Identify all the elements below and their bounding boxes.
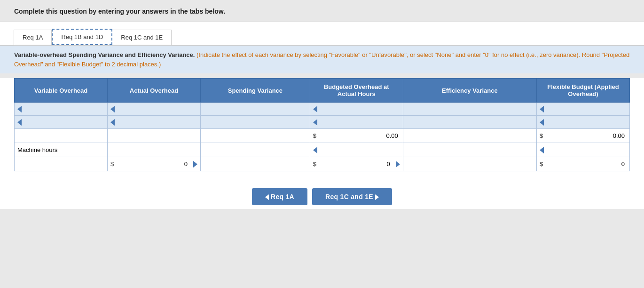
cell-machine-hours: Machine hours — [15, 143, 108, 157]
cell-budgeted-1 — [310, 103, 403, 116]
tabs-row: Req 1A Req 1B and 1D Req 1C and 1E — [14, 29, 630, 45]
input-variable-2[interactable] — [24, 118, 104, 127]
next-button-label: Req 1C and 1E — [325, 193, 373, 200]
cell-spending-2 — [201, 116, 310, 129]
input-flexible-1[interactable] — [546, 104, 627, 113]
cell-spending-1 — [201, 103, 310, 116]
cell-efficiency-1 — [403, 103, 536, 116]
cell-actual-2 — [108, 116, 201, 129]
cell-actual-mh — [108, 143, 201, 157]
input-efficiency-1[interactable] — [406, 104, 534, 113]
cell-spending-bottom — [201, 157, 310, 171]
tab-req1a[interactable]: Req 1A — [14, 30, 52, 45]
prev-arrow-icon — [265, 194, 269, 200]
triangle-left-flexible-2 — [540, 119, 544, 126]
input-spending-1[interactable] — [204, 104, 307, 113]
triangle-left-flexible-1 — [540, 106, 544, 112]
table-header-row: Variable Overhead Actual Overhead Spendi… — [15, 79, 630, 103]
dollar-sign-actual-bottom: $ — [110, 160, 114, 168]
table-row — [15, 116, 630, 129]
input-actual-2[interactable] — [117, 118, 197, 127]
cell-budgeted-mh — [310, 143, 403, 157]
cell-spending-mh — [201, 143, 310, 157]
triangle-left-budgeted-2 — [313, 119, 317, 126]
dollar-sign-budgeted-bottom: $ — [313, 160, 316, 168]
triangle-left-variable-2 — [17, 119, 22, 126]
header-actual-overhead: Actual Overhead — [108, 79, 201, 103]
cell-variable-1 — [15, 103, 108, 116]
description-bar: Variable-overhead Spending Variance and … — [0, 46, 644, 73]
prev-button[interactable]: Req 1A — [252, 188, 307, 205]
triangle-left-flexible-mh — [540, 147, 544, 153]
triangle-left-icon — [17, 106, 22, 112]
header-variable-overhead: Variable Overhead — [15, 79, 108, 103]
machine-hours-label: Machine hours — [17, 146, 57, 153]
header-efficiency-variance: Efficiency Variance — [403, 79, 536, 103]
header-flexible-budget: Flexible Budget (Applied Overhead) — [536, 79, 629, 103]
triangle-right-actual-bottom — [193, 161, 197, 168]
input-flexible-2[interactable] — [546, 118, 627, 127]
budgeted-bottom-value: 0 — [318, 160, 392, 168]
cell-spending-3 — [201, 129, 310, 143]
description-bold: Variable-overhead Spending Variance and … — [14, 51, 195, 58]
nav-buttons: Req 1A Req 1C and 1E — [0, 181, 644, 209]
input-efficiency-2[interactable] — [406, 118, 534, 127]
cell-budgeted-dollar-row: $ 0.00 — [310, 129, 403, 143]
cell-budgeted-2 — [310, 116, 403, 129]
next-arrow-icon — [375, 194, 379, 200]
budgeted-value: 0.00 — [318, 132, 400, 139]
flexible-value: 0.00 — [545, 132, 627, 139]
actual-bottom-value: 0 — [116, 160, 189, 168]
next-button[interactable]: Req 1C and 1E — [312, 188, 392, 205]
tab-req1b[interactable]: Req 1B and 1D — [52, 29, 112, 45]
triangle-left-budgeted-mh — [313, 147, 317, 153]
cell-actual-bottom: $ 0 — [108, 157, 201, 171]
cell-flexible-1 — [536, 103, 629, 116]
table-row: Machine hours — [15, 143, 630, 157]
cell-actual-1 — [108, 103, 201, 116]
input-budgeted-1[interactable] — [319, 104, 400, 113]
input-spending-2[interactable] — [204, 118, 307, 127]
cell-efficiency-mh — [403, 143, 536, 157]
cell-flexible-dollar-row: $ 0.00 — [536, 129, 629, 143]
dollar-sign-flexible-bottom: $ — [540, 160, 543, 168]
triangle-left-budgeted-1 — [313, 106, 317, 112]
tabs-area: Req 1A Req 1B and 1D Req 1C and 1E — [0, 22, 644, 46]
triangle-left-actual-1 — [110, 106, 115, 112]
triangle-left-actual-2 — [110, 119, 115, 126]
cell-actual-3 — [108, 129, 201, 143]
header-budgeted-overhead: Budgeted Overhead at Actual Hours — [310, 79, 403, 103]
input-budgeted-2[interactable] — [319, 118, 400, 127]
cell-variable-3 — [15, 129, 108, 143]
cell-variable-bottom — [15, 157, 108, 171]
tab-req1c[interactable]: Req 1C and 1E — [112, 30, 172, 45]
cell-efficiency-bottom — [403, 157, 536, 171]
instruction-text: Complete this question by entering your … — [14, 8, 225, 15]
input-actual-1[interactable] — [117, 104, 197, 113]
cell-budgeted-bottom: $ 0 — [310, 157, 403, 171]
flexible-bottom-value: 0 — [545, 160, 627, 168]
input-variable-1[interactable] — [24, 104, 104, 113]
page-wrapper: Complete this question by entering your … — [0, 0, 644, 209]
dollar-sign-flexible: $ — [540, 132, 543, 139]
cell-efficiency-2 — [403, 116, 536, 129]
triangle-right-budgeted-bottom — [396, 161, 400, 168]
table-row — [15, 103, 630, 116]
top-instruction: Complete this question by entering your … — [0, 0, 644, 22]
header-spending-variance: Spending Variance — [201, 79, 310, 103]
cell-flexible-mh — [536, 143, 629, 157]
cell-variable-2 — [15, 116, 108, 129]
variance-table: Variable Overhead Actual Overhead Spendi… — [14, 78, 630, 171]
cell-flexible-2 — [536, 116, 629, 129]
table-row: $ 0.00 $ 0.00 — [15, 129, 630, 143]
prev-button-label: Req 1A — [271, 193, 294, 200]
dollar-sign-budgeted: $ — [313, 132, 316, 139]
table-row: $ 0 $ 0 — [15, 157, 630, 171]
cell-flexible-bottom: $ 0 — [536, 157, 629, 171]
cell-efficiency-3 — [403, 129, 536, 143]
main-content: Variable Overhead Actual Overhead Spendi… — [0, 78, 644, 181]
